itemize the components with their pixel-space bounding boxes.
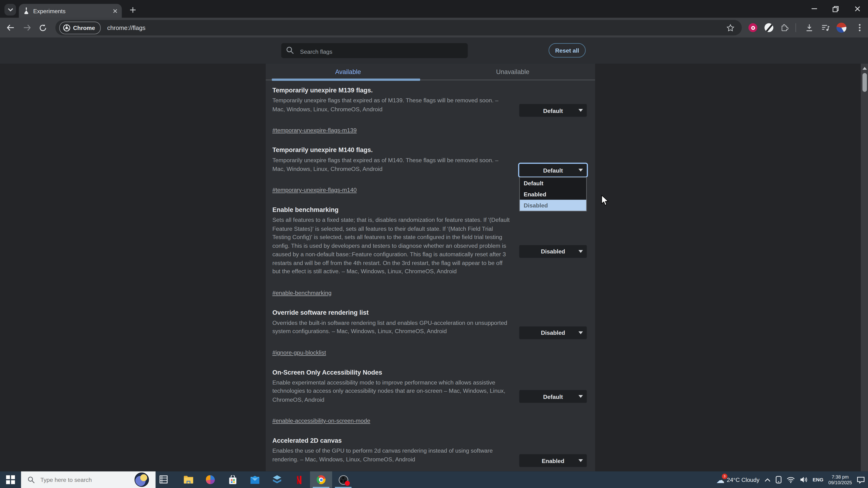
flag-description: Sets all features to a fixed state; that… — [272, 216, 512, 276]
extension-recorder-icon[interactable] — [748, 23, 758, 33]
flags-category-tabs: Available Unavailable — [266, 64, 595, 80]
wifi-icon[interactable] — [786, 477, 795, 483]
flag-title: On-Screen Only Accessibility Nodes — [272, 368, 512, 376]
option-disabled-highlighted[interactable]: Disabled — [520, 200, 586, 211]
clock-date: 09/10/2025 — [828, 480, 852, 485]
media-controls-button[interactable] — [820, 23, 830, 33]
window-minimize-button[interactable] — [803, 0, 825, 18]
back-button[interactable] — [5, 23, 16, 33]
task-view-button[interactable] — [159, 475, 168, 484]
search-icon — [286, 46, 294, 54]
profile-avatar[interactable] — [836, 23, 846, 33]
flag-row-override-software-rendering: Override software rendering list Overrid… — [266, 302, 595, 362]
window-close-button[interactable] — [846, 0, 868, 18]
taskbar-search-box[interactable] — [21, 471, 155, 488]
windows-taskbar: ☁ 3 24°C Cloudy ENG 7:38 pm 09/10/2025 — [0, 471, 868, 488]
tab-search-button[interactable] — [4, 4, 16, 15]
flag-select[interactable]: Default — [519, 104, 587, 117]
page-scrollbar[interactable] — [861, 64, 868, 471]
menu-kebab-button[interactable] — [855, 23, 865, 33]
weather-condition: Cloudy — [741, 477, 760, 483]
flag-title: Temporarily unexpire M140 flags. — [272, 146, 512, 154]
weather-temp: 24°C — [727, 477, 740, 483]
forward-button[interactable] — [22, 23, 32, 33]
taskbar-obs[interactable] — [332, 471, 354, 488]
plus-icon — [129, 7, 136, 13]
flask-icon — [23, 7, 30, 14]
flag-select[interactable]: Default — [519, 390, 587, 403]
extension-darkmode-icon[interactable] — [764, 23, 774, 33]
taskbar-chrome-active[interactable] — [310, 471, 332, 488]
close-icon — [855, 6, 860, 11]
taskbar-weather-widget[interactable]: ☁ 3 24°C Cloudy — [716, 476, 760, 484]
flag-description: Enables the use of the GPU to perform 2d… — [272, 447, 512, 464]
reload-button[interactable] — [38, 23, 48, 33]
tab-available[interactable]: Available — [266, 64, 431, 80]
taskbar-search-input[interactable] — [39, 476, 125, 484]
reset-all-button[interactable]: Reset all — [549, 43, 586, 58]
flag-permalink[interactable]: #ignore-gpu-blocklist — [272, 349, 326, 356]
taskbar-shield-app[interactable] — [266, 471, 288, 488]
downloads-button[interactable] — [804, 23, 814, 33]
tab-close-icon[interactable] — [113, 8, 118, 13]
kebab-icon — [859, 24, 861, 32]
address-bar[interactable]: Chrome chrome://flags — [55, 20, 742, 35]
browser-titlebar: Experiments — [0, 0, 868, 18]
option-enabled[interactable]: Enabled — [520, 189, 586, 200]
chrome-icon — [316, 475, 326, 484]
running-indicator — [313, 487, 329, 488]
scrollbar-up-arrow[interactable] — [863, 67, 867, 70]
chip-label: Chrome — [73, 24, 95, 31]
action-center-icon[interactable] — [857, 476, 865, 484]
back-arrow-icon — [7, 24, 14, 31]
weather-alert-badge: 3 — [722, 474, 727, 479]
search-highlight-avatar[interactable] — [134, 473, 149, 487]
flag-row-unexpire-m139: Temporarily unexpire M139 flags. Tempora… — [266, 80, 595, 140]
obs-icon — [338, 475, 348, 484]
scrollbar-thumb[interactable] — [862, 73, 867, 92]
taskbar-copilot[interactable] — [199, 471, 221, 488]
flag-permalink[interactable]: #enable-accessibility-on-screen-mode — [272, 417, 370, 424]
taskbar-microsoft-store[interactable] — [221, 471, 244, 488]
taskbar-file-explorer[interactable] — [177, 471, 199, 488]
flags-search-band: Reset all — [0, 38, 868, 64]
flag-description: Overrides the built-in software renderin… — [272, 319, 512, 336]
flag-permalink[interactable]: #enable-benchmarking — [272, 289, 332, 296]
flag-select[interactable]: Disabled — [519, 326, 587, 339]
volume-icon[interactable] — [800, 477, 808, 483]
browser-tab-experiments[interactable]: Experiments — [19, 4, 122, 18]
flags-search-box[interactable] — [281, 43, 468, 58]
forward-arrow-icon — [23, 24, 31, 31]
tab-title: Experiments — [33, 7, 113, 14]
hidden-icons-chevron[interactable] — [765, 478, 771, 482]
option-default[interactable]: Default — [520, 177, 586, 189]
running-indicator — [335, 487, 351, 488]
shield-chevrons-icon — [272, 475, 282, 484]
tab-unavailable[interactable]: Unavailable — [431, 64, 595, 80]
taskbar-mail[interactable] — [244, 471, 266, 488]
flags-page: Reset all Available Unavailable Temporar… — [0, 38, 868, 471]
flag-permalink[interactable]: #temporary-unexpire-flags-m139 — [272, 127, 357, 133]
url-text: chrome://flags — [107, 24, 726, 31]
bookmark-star-icon[interactable] — [726, 24, 735, 32]
flags-search-input[interactable] — [299, 43, 462, 59]
taskbar-clock[interactable]: 7:38 pm 09/10/2025 — [828, 474, 852, 485]
chrome-site-chip[interactable]: Chrome — [59, 21, 100, 34]
flag-title: Temporarily unexpire M139 flags. — [272, 86, 512, 94]
flag-permalink[interactable]: #temporary-unexpire-flags-m140 — [272, 187, 357, 193]
active-tab-underline — [272, 78, 420, 80]
flag-select[interactable]: Enabled — [519, 454, 587, 467]
new-tab-button[interactable] — [127, 4, 138, 15]
download-icon — [805, 24, 813, 32]
extensions-puzzle-icon[interactable] — [780, 23, 790, 33]
flag-select-focused[interactable]: Default — [519, 164, 587, 176]
toolbar-divider — [796, 23, 796, 32]
flag-select[interactable]: Disabled — [519, 245, 587, 258]
flag-description: Enable experimental accessibility mode t… — [272, 378, 512, 404]
phone-link-icon[interactable] — [776, 476, 782, 484]
window-restore-button[interactable] — [825, 0, 846, 18]
task-view-icon — [159, 475, 168, 484]
taskbar-netflix[interactable] — [288, 471, 310, 488]
language-indicator[interactable]: ENG — [813, 477, 824, 482]
start-button[interactable] — [0, 471, 21, 488]
